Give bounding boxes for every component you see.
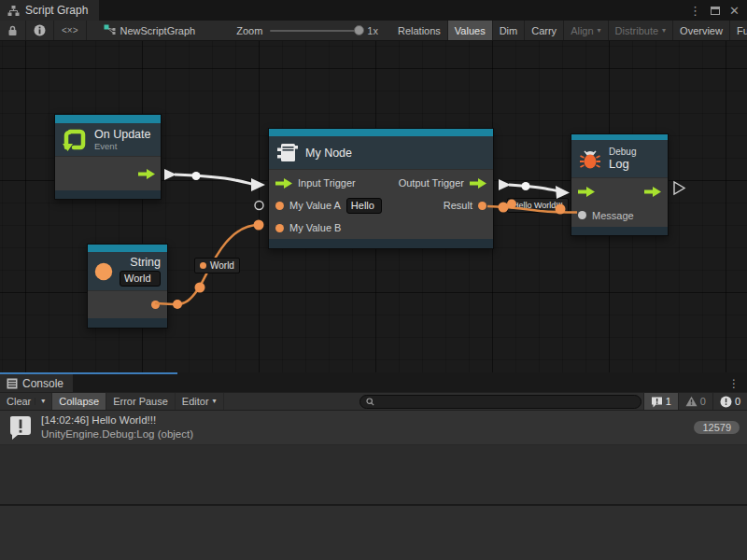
tab-console[interactable]: Console	[0, 374, 73, 392]
info-button[interactable]	[26, 21, 54, 40]
output-trigger-label: Output Trigger	[399, 177, 464, 189]
node-kicker: Debug	[609, 147, 636, 157]
tab-script-graph[interactable]: Script Graph	[0, 0, 99, 21]
output-trigger-port[interactable]	[470, 178, 486, 189]
node-footer	[88, 318, 167, 328]
graph-canvas[interactable]: On Update Event String	[0, 41, 747, 372]
message-label: Message	[592, 210, 634, 221]
event-loop-icon	[62, 127, 88, 153]
node-title: On Update	[94, 128, 150, 141]
maximize-icon[interactable]	[711, 7, 720, 15]
string-header[interactable]: String	[88, 252, 167, 290]
console-detail-pane	[0, 504, 747, 560]
node-accent-bar	[269, 129, 493, 136]
string-output-port[interactable]	[151, 301, 160, 309]
log-count-toggle[interactable]: 1	[643, 393, 678, 410]
unit-box-icon	[275, 141, 299, 164]
console-more-menu-icon[interactable]: ⋮	[728, 377, 747, 392]
graph-breadcrumb[interactable]: NewScriptGraph	[94, 21, 205, 40]
input-trigger-label: Input Trigger	[298, 177, 356, 189]
node-debug-log[interactable]: Debug Log Message	[571, 133, 669, 236]
result-port[interactable]	[478, 202, 486, 210]
console-toolbar: Clear ▾ Collapse Error Pause Editor ▾	[0, 392, 747, 411]
collapse-count-badge: 12579	[694, 421, 740, 434]
info-icon	[34, 24, 46, 36]
node-footer	[55, 190, 161, 199]
bug-icon	[578, 147, 602, 171]
string-circle-icon	[94, 259, 113, 284]
clear-button[interactable]: Clear ▾	[0, 393, 52, 410]
zoom-label: Zoom	[236, 25, 262, 36]
console-search-input[interactable]	[378, 396, 635, 408]
debug-log-header[interactable]: Debug Log	[571, 140, 668, 177]
close-icon[interactable]: ✕	[729, 5, 740, 17]
console-search[interactable]	[359, 395, 641, 409]
code-preview-button[interactable]: <×>	[54, 21, 87, 40]
wire-my-node-to-debug	[499, 179, 570, 199]
input-trigger-port[interactable]	[275, 178, 292, 189]
node-footer	[269, 239, 493, 248]
log-entry-stacktrace: UnityEngine.Debug:Log (object)	[41, 427, 686, 441]
overview-button[interactable]: Overview	[673, 21, 730, 40]
chevron-down-icon: ▾	[662, 27, 666, 35]
graph-tree-icon	[7, 5, 20, 17]
wire-value-label-hello-world: Hello World!!!	[507, 198, 569, 213]
warning-count-toggle[interactable]: 0	[678, 393, 712, 410]
zoom-control: Zoom 1x	[229, 21, 386, 40]
distribute-dropdown[interactable]: Distribute ▾	[609, 21, 673, 40]
align-dropdown[interactable]: Align ▾	[564, 21, 608, 40]
chevron-down-icon: ▾	[598, 27, 601, 35]
zoom-slider[interactable]	[270, 30, 359, 32]
chevron-down-icon[interactable]: ▾	[35, 398, 45, 405]
debug-input-port[interactable]	[578, 187, 595, 197]
debug-output-port[interactable]	[644, 187, 661, 197]
node-footer	[571, 227, 668, 235]
node-my-node[interactable]: My Node Input Trigger Output Trigger	[268, 128, 494, 249]
error-circle-icon	[720, 396, 732, 408]
collapse-toggle[interactable]: Collapse	[52, 393, 106, 410]
unconnected-port-indicator	[255, 202, 263, 210]
zoom-slider-handle[interactable]	[354, 25, 364, 35]
value-dot-icon	[200, 262, 206, 269]
value-b-port[interactable]	[275, 224, 284, 232]
log-entry-row[interactable]: [14:02:46] Hello World!!! UnityEngine.De…	[0, 411, 747, 445]
zoom-value: 1x	[367, 25, 378, 36]
focused-panel-indicator	[0, 372, 177, 374]
graph-toolbar: <×> NewScriptGraph Zoom 1x Relations Val…	[0, 21, 747, 41]
relations-toggle[interactable]: Relations	[391, 21, 448, 40]
message-port[interactable]	[578, 211, 586, 219]
console-log-list: [14:02:46] Hello World!!! UnityEngine.De…	[0, 411, 747, 504]
string-value-field[interactable]	[120, 271, 161, 287]
error-count-toggle[interactable]: 0	[712, 393, 747, 410]
lock-icon	[7, 25, 18, 36]
lock-button[interactable]	[0, 21, 26, 40]
values-toggle[interactable]: Values	[448, 21, 493, 40]
tab-title: Script Graph	[25, 4, 88, 17]
editor-dropdown[interactable]: Editor ▾	[176, 393, 224, 410]
node-accent-bar	[55, 115, 161, 123]
value-a-port[interactable]	[275, 202, 284, 210]
value-a-label: My Value A	[289, 200, 341, 211]
wire-on-update-to-my-node	[164, 169, 265, 191]
more-menu-icon[interactable]: ⋮	[689, 5, 701, 17]
carry-toggle[interactable]: Carry	[525, 21, 564, 40]
unity-script-graph-window: Script Graph ⋮ ✕ <×>	[0, 0, 747, 560]
wire-value-label-world: World	[194, 258, 240, 273]
my-node-header[interactable]: My Node	[269, 136, 493, 169]
error-pause-toggle[interactable]: Error Pause	[106, 393, 176, 410]
graph-name: NewScriptGraph	[120, 25, 196, 36]
on-update-header[interactable]: On Update Event	[55, 123, 161, 156]
on-update-output-port[interactable]	[138, 169, 155, 179]
carry-arrow-indicator	[674, 182, 684, 194]
node-title: My Node	[305, 147, 352, 160]
log-bubble-icon	[7, 414, 34, 441]
fullscreen-button[interactable]: Full S	[730, 21, 747, 40]
value-b-label: My Value B	[289, 222, 341, 233]
dim-toggle[interactable]: Dim	[493, 21, 526, 40]
search-icon	[366, 398, 374, 406]
console-panel: Console ⋮ Clear ▾ Collapse Error Pause E…	[0, 372, 747, 560]
value-a-field[interactable]	[346, 198, 382, 214]
node-string[interactable]: String	[87, 244, 168, 329]
node-on-update[interactable]: On Update Event	[54, 114, 162, 200]
node-subtitle: Event	[94, 141, 150, 151]
